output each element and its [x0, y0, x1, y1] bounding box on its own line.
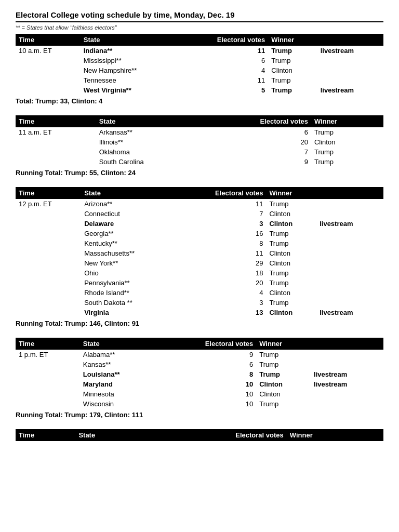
state-cell: Oklahoma — [96, 147, 201, 157]
time-cell — [16, 369, 80, 379]
state-cell: Wisconsin — [80, 399, 158, 409]
state-cell: Kansas** — [80, 360, 158, 369]
time-cell — [16, 288, 81, 298]
schedule-block-4: TimeStateElectoral votesWinner — [16, 429, 383, 441]
page-title: Electoral College voting schedule by tim… — [16, 10, 383, 19]
state-cell: Arkansas** — [96, 127, 201, 137]
table-row: Ohio18Trump — [16, 268, 383, 278]
state-cell: Massachusetts** — [81, 248, 176, 258]
state-cell: Arizona** — [81, 199, 176, 209]
time-cell — [16, 229, 81, 238]
winner-cell: Clinton — [266, 209, 315, 219]
votes-cell: 20 — [176, 278, 266, 288]
page-container: Electoral College voting schedule by tim… — [16, 10, 383, 441]
votes-cell: 10 — [158, 399, 256, 409]
votes-cell: 4 — [176, 288, 266, 298]
state-cell: Pennsylvania** — [81, 278, 176, 288]
col-header-1: State — [75, 429, 138, 441]
time-cell — [16, 238, 81, 248]
col-header-2: Electoral votes — [200, 115, 311, 127]
votes-cell: 9 — [158, 350, 256, 360]
winner-cell: Trump — [256, 350, 310, 360]
col-header-3: Winner — [256, 338, 310, 350]
livestream-cell — [315, 238, 383, 248]
table-row: Kansas**6Trump — [16, 360, 383, 369]
schedule-table-1: TimeStateElectoral votesWinner11 a.m. ET… — [16, 115, 383, 167]
running-total: Running Total: Trump: 55, Clinton: 24 — [16, 169, 383, 177]
winner-cell: Trump — [266, 199, 315, 209]
col-header-4 — [315, 187, 383, 199]
votes-cell: 6 — [179, 56, 268, 65]
winner-cell: Clinton — [256, 389, 310, 399]
state-cell: Tennessee — [81, 75, 179, 85]
livestream-cell — [315, 248, 383, 258]
state-cell: Indiana** — [81, 46, 179, 56]
table-row: Minnesota10Clinton — [16, 389, 383, 399]
table-row: Virginia13Clintonlivestream — [16, 308, 383, 317]
state-cell: New York** — [81, 258, 176, 268]
time-cell — [16, 278, 81, 288]
table-row: Delaware3Clintonlivestream — [16, 219, 383, 229]
col-header-4 — [316, 34, 383, 46]
col-header-3: Winner — [268, 34, 316, 46]
votes-cell: 29 — [176, 258, 266, 268]
schedule-block-2: TimeStateElectoral votesWinner12 p.m. ET… — [16, 187, 383, 327]
livestream-cell — [316, 65, 383, 75]
time-cell — [16, 137, 96, 147]
livestream-cell — [310, 399, 383, 409]
livestream-cell: livestream — [310, 369, 383, 379]
livestream-cell — [315, 199, 383, 209]
schedule-table-2: TimeStateElectoral votesWinner12 p.m. ET… — [16, 187, 383, 317]
table-row: 10 a.m. ETIndiana**11Trumplivestream — [16, 46, 383, 56]
table-row: Kentucky**8Trump — [16, 238, 383, 248]
winner-cell: Trump — [266, 229, 315, 238]
time-cell: 12 p.m. ET — [16, 199, 81, 209]
state-cell: Delaware — [81, 219, 176, 229]
table-row: South Dakota **3Trump — [16, 298, 383, 308]
votes-cell: 20 — [200, 137, 311, 147]
winner-cell: Trump — [268, 75, 316, 85]
time-cell — [16, 56, 81, 65]
winner-cell: Trump — [311, 147, 370, 157]
col-header-4 — [366, 429, 383, 441]
col-header-1: State — [81, 187, 176, 199]
votes-cell: 8 — [158, 369, 256, 379]
votes-cell: 5 — [179, 85, 268, 95]
livestream-cell — [370, 147, 383, 157]
table-row: West Virginia**5Trumplivestream — [16, 85, 383, 95]
livestream-cell: livestream — [310, 379, 383, 389]
state-cell: Mississippi** — [81, 56, 179, 65]
time-cell — [16, 147, 96, 157]
col-header-3: Winner — [266, 187, 315, 199]
winner-cell: Trump — [311, 127, 370, 137]
schedule-table-4: TimeStateElectoral votesWinner — [16, 429, 383, 441]
time-cell — [16, 248, 81, 258]
table-row: Tennessee11Trump — [16, 75, 383, 85]
time-cell — [16, 268, 81, 278]
state-cell: Rhode Island** — [81, 288, 176, 298]
state-cell: West Virginia** — [81, 85, 179, 95]
livestream-cell — [370, 137, 383, 147]
col-header-0: Time — [16, 338, 80, 350]
state-cell: Virginia — [81, 308, 176, 317]
winner-cell: Trump — [266, 298, 315, 308]
running-total: Running Total: Trump: 146, Clinton: 91 — [16, 320, 383, 327]
table-row: Maryland10Clintonlivestream — [16, 379, 383, 389]
livestream-cell — [316, 75, 383, 85]
winner-cell: Trump — [268, 85, 316, 95]
winner-cell: Trump — [256, 399, 310, 409]
winner-cell: Clinton — [256, 379, 310, 389]
votes-cell: 10 — [158, 389, 256, 399]
state-cell: Alabama** — [80, 350, 158, 360]
winner-cell: Clinton — [266, 248, 315, 258]
livestream-cell — [315, 258, 383, 268]
time-cell — [16, 85, 81, 95]
table-row: 12 p.m. ETArizona**11Trump — [16, 199, 383, 209]
col-header-1: State — [96, 115, 201, 127]
livestream-cell — [310, 389, 383, 399]
state-cell: Louisiana** — [80, 369, 158, 379]
livestream-cell — [315, 209, 383, 219]
votes-cell: 8 — [176, 238, 266, 248]
livestream-cell — [315, 288, 383, 298]
table-row: 1 p.m. ETAlabama**9Trump — [16, 350, 383, 360]
